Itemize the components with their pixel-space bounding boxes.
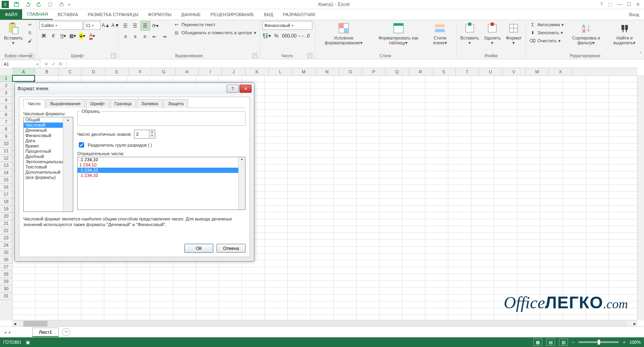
orientation-icon[interactable]: ⟳▾ bbox=[151, 21, 160, 30]
decrease-decimal-icon[interactable]: ←.0 bbox=[301, 31, 310, 40]
col-header[interactable]: O bbox=[339, 68, 362, 75]
conditional-formatting-button[interactable]: Условное форматирование▾ bbox=[318, 21, 370, 46]
col-header[interactable]: M bbox=[292, 68, 316, 75]
decrease-indent-icon[interactable]: ⇤ bbox=[150, 32, 159, 41]
tab-review[interactable]: РЕЦЕНЗИРОВАНИЕ bbox=[206, 9, 259, 20]
col-header[interactable]: X bbox=[549, 68, 572, 75]
dlg-tab-font[interactable]: Шрифт bbox=[86, 99, 109, 108]
column-headers[interactable]: ABCDEFGHIJKLMNOPQRSTUVWX bbox=[12, 68, 638, 76]
negative-numbers-listbox[interactable]: -1 234,101 234,10-1 234,10-1 234,10▴ bbox=[77, 157, 246, 210]
dialog-titlebar[interactable]: Формат ячеек ? ✕ bbox=[15, 83, 254, 94]
dlg-tab-fill[interactable]: Заливка bbox=[137, 99, 163, 108]
tab-insert[interactable]: ВСТАВКА bbox=[53, 9, 83, 20]
bold-button[interactable]: Ж bbox=[39, 31, 48, 40]
view-normal-icon[interactable]: ▦ bbox=[533, 339, 542, 346]
zoom-slider[interactable] bbox=[578, 341, 619, 343]
zoom-out-icon[interactable]: − bbox=[572, 340, 574, 345]
font-name-combo[interactable]: Calibri▾ bbox=[39, 21, 83, 30]
sort-filter-button[interactable]: AЯСортировка и фильтр▾ bbox=[566, 21, 606, 46]
col-header[interactable]: K bbox=[246, 68, 269, 75]
ribbon-display-icon[interactable]: ⬚ bbox=[608, 2, 612, 7]
row-header[interactable]: 9 bbox=[0, 133, 12, 140]
row-header[interactable]: 13 bbox=[0, 162, 12, 169]
row-header[interactable]: 28 bbox=[0, 271, 12, 278]
row-header[interactable]: 1 bbox=[0, 75, 12, 82]
align-top-icon[interactable]: ☰ bbox=[121, 21, 130, 30]
active-cell[interactable] bbox=[12, 75, 35, 82]
tab-view[interactable]: ВИД bbox=[259, 9, 278, 20]
col-header[interactable]: R bbox=[409, 68, 432, 75]
wrap-text-button[interactable]: ↩Перенести текст bbox=[173, 21, 257, 28]
row-header[interactable]: 14 bbox=[0, 169, 12, 177]
font-size-combo[interactable]: 11▾ bbox=[84, 21, 101, 30]
dialog-help-icon[interactable]: ? bbox=[227, 85, 239, 93]
row-header[interactable]: 11 bbox=[0, 148, 12, 155]
col-header[interactable]: C bbox=[59, 68, 82, 75]
close-icon[interactable]: ✕ bbox=[636, 2, 640, 7]
macro-record-icon[interactable]: ▣ bbox=[26, 340, 30, 345]
row-header[interactable]: 24 bbox=[0, 242, 12, 249]
align-right-icon[interactable]: ≡ bbox=[140, 32, 149, 41]
col-header[interactable]: E bbox=[105, 68, 129, 75]
row-header[interactable]: 20 bbox=[0, 213, 12, 220]
horizontal-scrollbar[interactable]: ◂ ▸ bbox=[12, 320, 638, 327]
col-header[interactable]: T bbox=[456, 68, 479, 75]
col-header[interactable]: G bbox=[152, 68, 175, 75]
number-format-combo[interactable]: Финансовый▾ bbox=[262, 21, 312, 30]
help-icon[interactable]: ? bbox=[600, 2, 603, 7]
row-header[interactable]: 29 bbox=[0, 278, 12, 285]
fx-icon[interactable]: fx bbox=[59, 61, 62, 67]
merge-center-button[interactable]: ⊟Объединить и поместить в центре ▾ bbox=[173, 29, 257, 36]
cancel-formula-icon[interactable]: ✕ bbox=[44, 61, 48, 67]
fill-color-button[interactable]: ⬙▾ bbox=[78, 31, 87, 40]
save-icon[interactable] bbox=[12, 0, 21, 9]
row-header[interactable]: 7 bbox=[0, 118, 12, 126]
touch-mode-icon[interactable] bbox=[46, 0, 55, 9]
italic-button[interactable]: К bbox=[49, 31, 58, 40]
format-painter-button[interactable]: 🖌 bbox=[26, 37, 34, 44]
quickprint-icon[interactable] bbox=[57, 0, 66, 9]
align-bottom-icon[interactable]: ☰ bbox=[140, 21, 150, 31]
row-header[interactable]: 26 bbox=[0, 256, 12, 264]
col-header[interactable]: J bbox=[222, 68, 246, 75]
clear-button[interactable]: ⌫Очистить ▾ bbox=[528, 37, 565, 44]
launcher-icon[interactable]: ↘ bbox=[29, 53, 34, 58]
view-page-layout-icon[interactable]: ▤ bbox=[546, 339, 555, 346]
zoom-level[interactable]: 100% bbox=[630, 340, 641, 345]
row-header[interactable]: 8 bbox=[0, 126, 12, 133]
vertical-scrollbar[interactable] bbox=[637, 75, 644, 320]
increase-indent-icon[interactable]: ⇥ bbox=[160, 32, 169, 41]
name-box[interactable]: A1▾ bbox=[2, 60, 40, 69]
insert-cells-button[interactable]: Вставить▾ bbox=[459, 21, 481, 46]
decimals-input[interactable] bbox=[134, 130, 149, 138]
select-all-corner[interactable] bbox=[0, 68, 12, 75]
redo-icon[interactable] bbox=[35, 0, 43, 9]
add-sheet-button[interactable]: + bbox=[62, 328, 70, 336]
tab-formulas[interactable]: ФОРМУЛЫ bbox=[143, 9, 176, 20]
dlg-tab-border[interactable]: Граница bbox=[110, 99, 136, 108]
col-header[interactable]: P bbox=[362, 68, 386, 75]
row-header[interactable]: 17 bbox=[0, 191, 12, 198]
row-header[interactable]: 21 bbox=[0, 220, 12, 227]
row-header[interactable]: 23 bbox=[0, 235, 12, 242]
number-formats-listbox[interactable]: ОбщийЧисловойДенежныйФинансовыйДатаВремя… bbox=[23, 117, 73, 212]
col-header[interactable]: N bbox=[316, 68, 339, 75]
undo-icon[interactable] bbox=[23, 0, 32, 9]
sheet-nav-next-icon[interactable]: ▸ bbox=[9, 330, 11, 335]
hscroll-thumb[interactable] bbox=[23, 321, 47, 326]
autosum-button[interactable]: ΣАвтосумма ▾ bbox=[528, 21, 565, 28]
dlg-tab-protection[interactable]: Защита bbox=[163, 99, 188, 108]
format-cells-button[interactable]: Формат▾ bbox=[504, 21, 523, 46]
cut-button[interactable]: ✂ bbox=[26, 21, 34, 28]
accounting-format-icon[interactable]: 💱▾ bbox=[262, 31, 271, 40]
spin-down-icon[interactable]: ▾ bbox=[149, 134, 155, 137]
col-header[interactable]: L bbox=[269, 68, 292, 75]
spin-up-icon[interactable]: ▴ bbox=[149, 130, 155, 134]
col-header[interactable]: U bbox=[479, 68, 502, 75]
comma-format-icon[interactable]: 000 bbox=[282, 31, 291, 40]
col-header[interactable]: D bbox=[82, 68, 105, 75]
increase-font-icon[interactable]: A▲ bbox=[101, 21, 110, 30]
col-header[interactable]: A bbox=[12, 68, 35, 75]
row-header[interactable]: 2 bbox=[0, 82, 12, 89]
row-header[interactable]: 31 bbox=[0, 293, 12, 300]
